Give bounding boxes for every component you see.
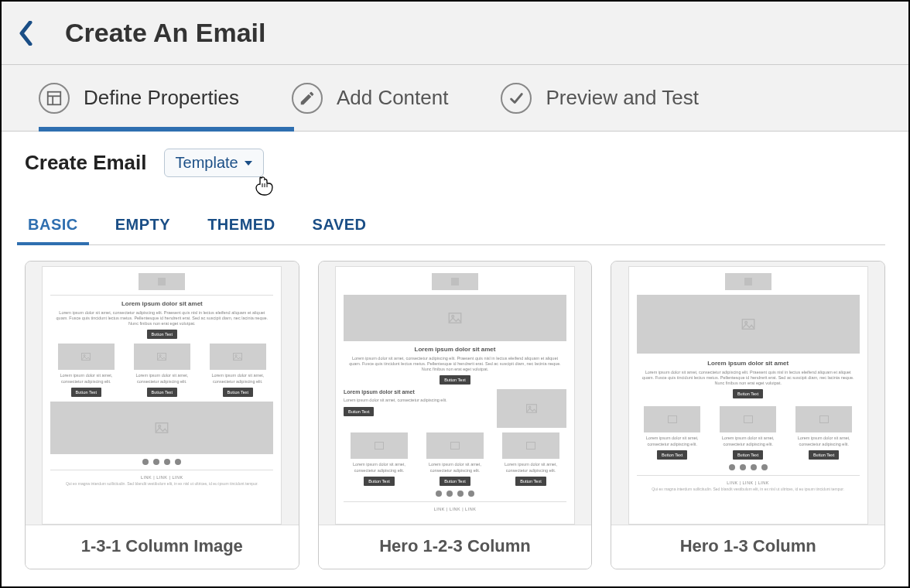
- svg-rect-21: [742, 320, 754, 330]
- chevron-left-icon: [19, 21, 34, 46]
- preview-button: Button Text: [147, 330, 177, 339]
- svg-rect-19: [451, 443, 460, 450]
- svg-rect-0: [48, 91, 61, 104]
- template-card-hero-1-2-3[interactable]: Lorem ipsum dolor sit amet Lorem ipsum d…: [318, 261, 593, 569]
- preview-heading: Lorem ipsum dolor sit amet: [50, 300, 273, 307]
- svg-point-9: [159, 355, 161, 357]
- tab-saved[interactable]: SAVED: [310, 205, 370, 244]
- tab-empty[interactable]: EMPTY: [112, 205, 173, 244]
- template-category-tabs: BASIC EMPTY THEMED SAVED: [17, 205, 885, 245]
- svg-rect-8: [158, 354, 166, 361]
- page-title: Create An Email: [65, 18, 266, 48]
- svg-rect-12: [156, 422, 168, 432]
- svg-rect-24: [744, 416, 752, 423]
- step-add-content[interactable]: Add Content: [292, 65, 488, 131]
- template-cards-row: Lorem ipsum dolor sit amet Lorem ipsum d…: [25, 261, 885, 569]
- dropdown-label: Template: [176, 154, 238, 172]
- header-bar: Create An Email: [2, 2, 908, 65]
- step-label: Add Content: [337, 86, 449, 110]
- svg-point-13: [159, 425, 161, 427]
- svg-point-17: [529, 407, 531, 409]
- chevron-down-icon: [245, 161, 252, 166]
- template-preview: Lorem ipsum dolor sit amet Lorem ipsum d…: [319, 262, 592, 525]
- step-define-properties[interactable]: Define Properties: [39, 65, 278, 131]
- template-preview: Lorem ipsum dolor sit amet Lorem ipsum d…: [26, 262, 299, 525]
- layout-icon: [39, 83, 70, 114]
- section-title: Create Email: [25, 151, 147, 175]
- svg-point-11: [235, 355, 237, 357]
- wizard-steps: Define Properties Add Content Preview an…: [2, 65, 908, 132]
- svg-rect-16: [527, 405, 537, 413]
- svg-rect-25: [819, 416, 828, 423]
- check-icon: [501, 83, 532, 114]
- pencil-icon: [292, 83, 323, 114]
- preview-paragraph: Lorem ipsum dolor sit amet, consectetur …: [50, 310, 273, 326]
- template-preview: Lorem ipsum dolor sit amet Lorem ipsum d…: [611, 262, 884, 525]
- template-dropdown[interactable]: Template: [164, 149, 264, 177]
- svg-rect-10: [234, 354, 242, 361]
- step-label: Preview and Test: [546, 86, 699, 110]
- template-name: Hero 1-2-3 Column: [319, 525, 592, 569]
- template-card-hero-1-3[interactable]: Lorem ipsum dolor sit amet Lorem ipsum d…: [611, 261, 885, 569]
- tab-basic[interactable]: BASIC: [25, 205, 81, 244]
- template-name: 1-3-1 Column Image: [26, 525, 299, 569]
- svg-point-7: [84, 355, 85, 357]
- step-preview-test[interactable]: Preview and Test: [501, 65, 737, 131]
- svg-point-22: [744, 322, 747, 324]
- cursor-icon: [255, 176, 274, 200]
- svg-point-15: [452, 316, 454, 318]
- template-card-1-3-1[interactable]: Lorem ipsum dolor sit amet Lorem ipsum d…: [25, 261, 299, 569]
- svg-rect-18: [375, 443, 384, 450]
- template-name: Hero 1-3 Column: [611, 525, 884, 569]
- svg-rect-6: [82, 354, 91, 361]
- tab-themed[interactable]: THEMED: [204, 205, 278, 244]
- step-label: Define Properties: [84, 86, 239, 110]
- back-button[interactable]: [15, 18, 37, 49]
- svg-rect-23: [668, 416, 676, 423]
- svg-rect-14: [449, 313, 460, 323]
- svg-rect-20: [527, 443, 535, 450]
